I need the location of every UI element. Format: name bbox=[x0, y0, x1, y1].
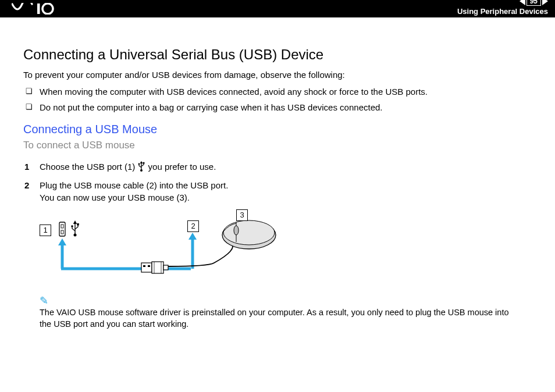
step-item: Plug the USB mouse cable (2) into the US… bbox=[40, 179, 532, 204]
svg-rect-8 bbox=[61, 224, 63, 228]
arrow-1-icon bbox=[58, 238, 191, 269]
warning-list: When moving the computer with USB device… bbox=[23, 87, 532, 112]
svg-rect-14 bbox=[77, 223, 79, 226]
list-item: Do not put the computer into a bag or ca… bbox=[40, 102, 532, 112]
section-title: Using Peripheral Devices bbox=[457, 7, 548, 16]
svg-point-13 bbox=[71, 225, 73, 227]
list-item: When moving the computer with USB device… bbox=[40, 87, 532, 97]
usb-icon bbox=[137, 161, 145, 174]
callout-2: 2 bbox=[187, 220, 199, 232]
svg-rect-21 bbox=[152, 262, 163, 273]
page-number: 95 bbox=[526, 0, 541, 6]
mouse-icon bbox=[222, 220, 276, 249]
svg-marker-16 bbox=[58, 238, 66, 245]
svg-rect-24 bbox=[163, 265, 168, 270]
intro-text: To prevent your computer and/or USB devi… bbox=[23, 70, 532, 80]
page-title: Connecting a Universal Serial Bus (USB) … bbox=[23, 47, 532, 63]
svg-rect-20 bbox=[148, 265, 150, 267]
callout-3: 3 bbox=[236, 209, 248, 221]
note-icon: ✎ bbox=[40, 294, 532, 307]
svg-marker-4 bbox=[140, 161, 143, 163]
svg-rect-18 bbox=[141, 263, 152, 272]
step-item: Choose the USB port (1) you prefer to us… bbox=[40, 161, 532, 174]
nav-prev-icon[interactable] bbox=[520, 0, 525, 5]
svg-marker-12 bbox=[73, 220, 77, 224]
vaio-logo bbox=[12, 3, 70, 15]
steps-list: Choose the USB port (1) you prefer to us… bbox=[23, 161, 532, 204]
page-content: Connecting a Universal Serial Bus (USB) … bbox=[0, 17, 555, 330]
svg-point-29 bbox=[234, 226, 239, 235]
svg-rect-19 bbox=[143, 265, 145, 267]
connection-diagram: 1 bbox=[40, 215, 301, 285]
usb-plug-icon bbox=[141, 262, 168, 273]
svg-marker-26 bbox=[188, 233, 197, 240]
page-nav: 95 bbox=[520, 0, 548, 6]
svg-rect-9 bbox=[61, 230, 63, 234]
arrow-2-icon bbox=[188, 233, 197, 269]
svg-point-28 bbox=[223, 220, 275, 245]
header-bar: 95 Using Peripheral Devices bbox=[0, 0, 555, 17]
svg-point-5 bbox=[138, 163, 140, 165]
subtitle: Connecting a USB Mouse bbox=[23, 123, 532, 136]
svg-rect-6 bbox=[143, 162, 145, 164]
svg-point-1 bbox=[42, 3, 53, 14]
diagram-svg bbox=[40, 215, 301, 285]
note-text: The VAIO USB mouse software driver is pr… bbox=[40, 307, 515, 330]
subheading: To connect a USB mouse bbox=[23, 140, 532, 151]
nav-next-icon[interactable] bbox=[542, 0, 548, 5]
svg-rect-0 bbox=[37, 3, 40, 14]
